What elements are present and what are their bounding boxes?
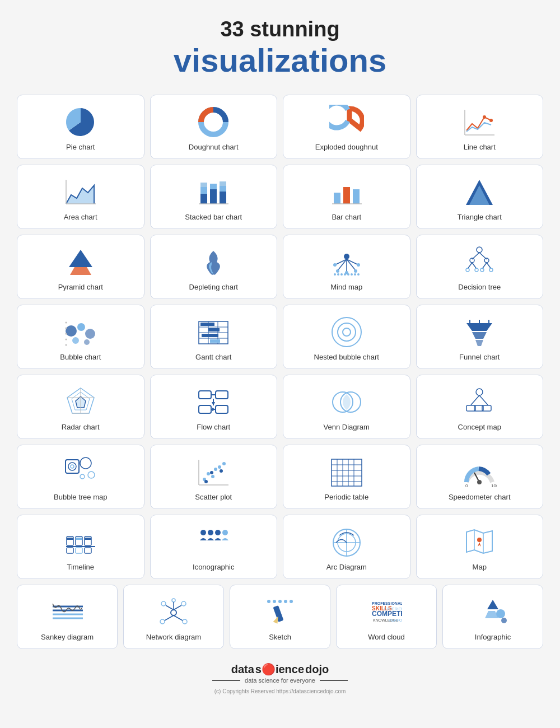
card-map[interactable]: Map — [416, 515, 544, 579]
brand-name-part1: data — [231, 663, 254, 676]
bar-chart-icon — [329, 175, 364, 209]
svg-point-56 — [66, 325, 77, 337]
card-radar-chart[interactable]: Radar chart — [17, 375, 144, 439]
svg-point-58 — [85, 329, 95, 339]
sketch-label: Sketch — [269, 633, 291, 641]
svg-rect-17 — [343, 187, 350, 204]
grid-row7: Timeline — [17, 515, 543, 579]
card-network-diagram[interactable]: Network diagram — [123, 585, 224, 649]
doughnut-chart-icon — [196, 105, 231, 139]
card-concept-map[interactable]: Concept map — [416, 375, 544, 439]
svg-point-158 — [477, 538, 482, 542]
svg-point-174 — [290, 600, 293, 603]
card-timeline[interactable]: Timeline — [17, 515, 144, 579]
svg-point-76 — [332, 318, 361, 347]
card-line-chart[interactable]: Line chart — [416, 95, 544, 159]
card-nested-bubble-chart[interactable]: Nested bubble chart — [283, 305, 410, 369]
triangle-chart-label: Triangle chart — [458, 213, 502, 221]
brand-line-left — [212, 680, 240, 681]
svg-point-39 — [347, 273, 349, 276]
svg-rect-16 — [334, 193, 340, 204]
card-exploded-doughnut[interactable]: Exploded doughnut — [283, 95, 410, 159]
card-area-chart[interactable]: Area chart — [17, 165, 144, 229]
svg-point-30 — [336, 269, 339, 273]
card-mind-map[interactable]: Mind map — [283, 235, 410, 299]
title-line2: visualizations — [17, 43, 543, 78]
svg-point-118 — [211, 475, 214, 478]
doughnut-chart-label: Doughnut chart — [189, 143, 239, 151]
svg-rect-73 — [208, 328, 220, 332]
card-sankey-diagram[interactable]: Sankey diagram — [17, 585, 118, 649]
svg-point-41 — [354, 273, 356, 276]
card-sketch[interactable]: Sketch — [230, 585, 330, 649]
card-scatter-plot[interactable]: Scatter plot — [150, 445, 278, 509]
svg-line-167 — [165, 615, 174, 620]
svg-point-36 — [337, 273, 339, 276]
line-chart-icon — [462, 105, 497, 139]
stacked-bar-chart-icon — [196, 175, 231, 209]
card-word-cloud[interactable]: PROFESSIONAL SKILLS EXPERIENCE COMPETENC… — [336, 585, 437, 649]
iconographic-label: Iconographic — [193, 563, 234, 571]
svg-rect-14 — [220, 181, 226, 186]
card-flow-chart[interactable]: Flow chart — [150, 375, 278, 439]
card-bubble-tree-map[interactable]: Bubble tree map — [17, 445, 144, 509]
svg-point-59 — [72, 337, 79, 344]
svg-marker-82 — [466, 323, 492, 331]
svg-rect-140 — [67, 538, 73, 540]
pie-chart-label: Pie chart — [66, 143, 95, 151]
card-arc-diagram[interactable]: Arc Diagram — [283, 515, 410, 579]
card-triangle-chart[interactable]: Triangle chart — [416, 165, 544, 229]
nested-bubble-chart-label: Nested bubble chart — [314, 353, 379, 361]
speedometer-chart-icon: 0 100 — [462, 455, 497, 489]
card-doughnut-chart[interactable]: Doughnut chart — [150, 95, 278, 159]
title-line1: 33 stunning — [17, 17, 543, 43]
brand-name-center: s🔴ience — [255, 662, 304, 676]
svg-rect-108 — [66, 460, 79, 473]
infographic-label: Infographic — [475, 633, 511, 641]
svg-marker-183 — [487, 600, 498, 609]
card-periodic-table[interactable]: Periodic table — [283, 445, 410, 509]
card-venn-diagram[interactable]: Venn Diagram — [283, 375, 410, 439]
decision-tree-icon — [462, 245, 497, 279]
grid-row4: Bubble chart Gantt chart — [17, 305, 543, 369]
svg-line-104 — [479, 395, 488, 405]
card-pyramid-chart[interactable]: Pyramid chart — [17, 235, 144, 299]
triangle-chart-icon — [462, 175, 497, 209]
svg-point-43 — [477, 247, 482, 253]
svg-rect-10 — [210, 189, 217, 204]
svg-text:PERFORMANCE: PERFORMANCE — [389, 618, 402, 622]
svg-rect-13 — [220, 186, 226, 192]
card-funnel-chart[interactable]: Funnel chart — [416, 305, 544, 369]
svg-point-123 — [210, 471, 213, 474]
pyramid-chart-label: Pyramid chart — [58, 283, 103, 291]
card-decision-tree[interactable]: Decision tree — [416, 235, 544, 299]
funnel-chart-label: Funnel chart — [459, 353, 500, 361]
svg-point-151 — [222, 530, 228, 535]
scatter-plot-label: Scatter plot — [195, 493, 232, 501]
svg-point-4 — [489, 119, 493, 122]
svg-point-120 — [218, 465, 221, 469]
card-pie-chart[interactable]: Pie chart — [17, 95, 144, 159]
bubble-tree-map-label: Bubble tree map — [54, 493, 107, 501]
timeline-icon — [63, 525, 98, 559]
svg-point-122 — [204, 480, 208, 483]
grid-row6: Bubble tree map Scatter pl — [17, 445, 543, 509]
svg-point-149 — [208, 530, 213, 535]
grid-row2: Area chart Stacked bar chart — [17, 165, 543, 229]
card-infographic[interactable]: Infographic — [442, 585, 543, 649]
grid-row8: Sankey diagram Network dia — [17, 585, 543, 649]
venn-diagram-label: Venn Diagram — [324, 423, 370, 431]
card-speedometer-chart[interactable]: 0 100 Speedometer chart — [416, 445, 544, 509]
card-bar-chart[interactable]: Bar chart — [283, 165, 410, 229]
card-bubble-chart[interactable]: Bubble chart — [17, 305, 144, 369]
svg-rect-145 — [67, 548, 73, 553]
venn-diagram-icon — [329, 385, 364, 419]
card-gantt-chart[interactable]: Gantt chart — [150, 305, 278, 369]
card-depleting-chart[interactable]: Depleting chart — [150, 235, 278, 299]
card-stacked-bar-chart[interactable]: Stacked bar chart — [150, 165, 278, 229]
speedometer-chart-label: Speedometer chart — [449, 493, 511, 501]
card-iconographic[interactable]: Iconographic — [150, 515, 278, 579]
svg-rect-12 — [220, 192, 226, 204]
svg-rect-9 — [200, 183, 207, 187]
concept-map-icon — [462, 385, 497, 419]
